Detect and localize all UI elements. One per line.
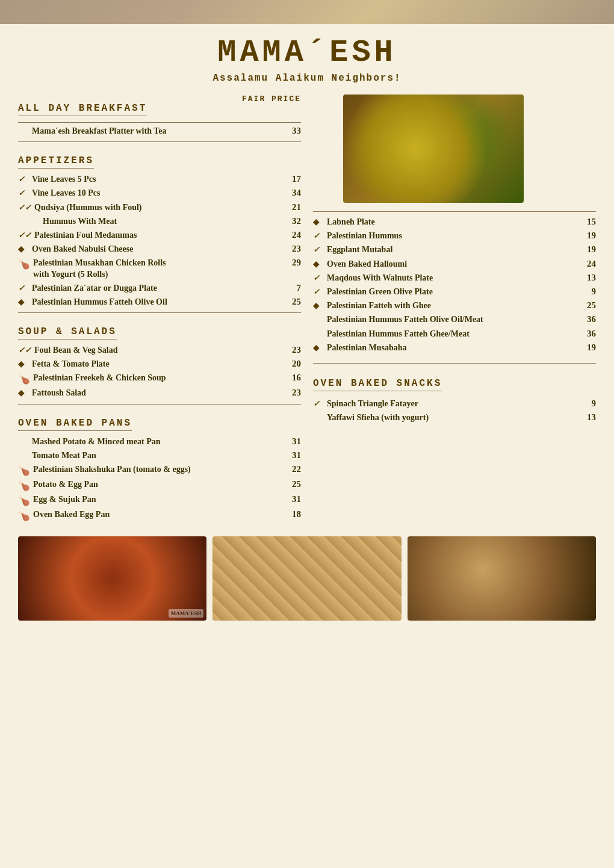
- food-image-top: [343, 95, 524, 203]
- vegetarian-icon: ✓: [313, 245, 324, 255]
- leaf-icon: ◆: [18, 388, 29, 398]
- subtitle: Assalamu Alaikum Neighbors!: [0, 73, 614, 84]
- vegetarian-icon: ✓: [313, 399, 324, 409]
- restaurant-title: MAMA´ESH: [0, 35, 614, 70]
- item-name: Palestinian Musakhan Chicken Rollswith Y…: [33, 258, 166, 279]
- oven-baked-snacks-section: OVEN BAKED SNACKS ✓ Spinach Triangle Fat…: [313, 370, 596, 423]
- item-name: Eggplant Mutabal: [327, 244, 392, 255]
- item-name: Mama´esh Breakfast Platter with Tea: [32, 126, 166, 137]
- item-price: 25: [283, 297, 301, 307]
- item-name: Labneh Plate: [327, 217, 375, 228]
- item-name: Tomato Meat Pan: [32, 450, 96, 461]
- item-price: 24: [578, 259, 596, 269]
- item-price: 23: [283, 345, 301, 355]
- header: MAMA´ESH Assalamu Alaikum Neighbors!: [0, 24, 614, 88]
- item-name: Yaffawi Sfieha (with yogurt): [327, 412, 429, 423]
- bottom-images-row: MAMA'ESH: [0, 524, 614, 627]
- soup-salads-title: SOUP & SALADS: [18, 326, 117, 339]
- item-name: Egg & Sujuk Pan: [33, 494, 96, 505]
- chicken-icon: 🍗: [18, 480, 30, 491]
- item-price: 21: [283, 202, 301, 212]
- oven-baked-pans-section: OVEN BAKED PANS Mashed Potato & Minced m…: [18, 409, 301, 521]
- list-item: ✓✓ Palestinian Foul Medammas 24: [18, 230, 301, 241]
- vegetarian-icon: ✓: [18, 175, 29, 184]
- list-item: 🍗 Palestinian Musakhan Chicken Rollswith…: [18, 258, 301, 279]
- item-price: 25: [578, 300, 596, 311]
- list-item: ✓ Palestinian Za´atar or Dugga Plate 7: [18, 283, 301, 294]
- item-price: 23: [283, 388, 301, 398]
- leaf-icon: ◆: [313, 343, 324, 353]
- item-name: Spinach Triangle Fatayer: [327, 398, 418, 409]
- item-price: 23: [283, 244, 301, 254]
- item-price: 17: [283, 174, 301, 184]
- item-price: 31: [283, 436, 301, 447]
- item-price: 31: [283, 494, 301, 504]
- item-price: 9: [578, 398, 596, 409]
- item-price: 19: [578, 231, 596, 241]
- appetizers-section: APPETIZERS ✓ Vine Leaves 5 Pcs 17 ✓ Vine…: [18, 147, 301, 308]
- item-name: Vine Leaves 10 Pcs: [32, 188, 100, 199]
- list-item: 🍗 Oven Baked Egg Pan 18: [18, 509, 301, 521]
- item-price: 25: [283, 479, 301, 489]
- list-item: 🍗 Potato & Egg Pan 25: [18, 479, 301, 491]
- oven-baked-pans-title: OVEN BAKED PANS: [18, 418, 132, 431]
- list-item: Hummus With Meat 32: [18, 216, 301, 227]
- chicken-icon: 🍗: [18, 373, 30, 385]
- list-item: ✓✓ Foul Bean & Veg Salad 23: [18, 345, 301, 356]
- item-name: Palestinian Hummus Fatteh Olive Oil/Meat: [327, 314, 483, 325]
- item-name: Fattoush Salad: [32, 388, 86, 398]
- item-name: Palestinian Za´atar or Dugga Plate: [32, 283, 157, 294]
- item-price: 22: [283, 464, 301, 474]
- chicken-icon: 🍗: [18, 465, 30, 476]
- item-name: Qudsiya (Hummus with Foul): [34, 202, 142, 213]
- item-name: Foul Bean & Veg Salad: [34, 345, 117, 356]
- leaf-icon: ◆: [18, 297, 29, 307]
- list-item: ✓ Palestinian Hummus 19: [313, 231, 596, 241]
- item-name: Fetta & Tomato Plate: [32, 359, 110, 370]
- leaf-icon: ◆: [313, 217, 324, 227]
- item-price: 31: [283, 450, 301, 460]
- list-item: Yaffawi Sfieha (with yogurt) 13: [313, 412, 596, 423]
- item-price: 33: [283, 126, 301, 136]
- item-name: Palestinian Fatteh with Ghee: [327, 300, 431, 311]
- list-item: ◆ Oven Baked Nabulsi Cheese 23: [18, 244, 301, 255]
- list-item: ◆ Palestinian Musabaha 19: [313, 343, 596, 353]
- list-item: ◆ Palestinian Fatteh with Ghee 25: [313, 300, 596, 311]
- item-name: Maqdous With Walnuts Plate: [327, 273, 433, 284]
- item-price: 15: [578, 217, 596, 227]
- item-name: Palestinian Hummus Fatteh Olive Oil: [32, 297, 167, 308]
- item-price: 36: [578, 329, 596, 339]
- all-day-breakfast-title: ALL DAY BREAKFAST: [18, 103, 147, 116]
- list-item: ✓ Spinach Triangle Fatayer 9: [313, 398, 596, 409]
- vegetarian-icon: ✓: [18, 188, 29, 198]
- list-item: ◆ Labneh Plate 15: [313, 217, 596, 228]
- item-price: 24: [283, 230, 301, 240]
- item-price: 18: [283, 509, 301, 519]
- list-item: Mashed Potato & Minced meat Pan 31: [18, 436, 301, 447]
- list-item: 🍗 Palestinian Shakshuka Pan (tomato & eg…: [18, 464, 301, 476]
- vegetarian-icon: ✓: [313, 231, 324, 241]
- leaf-icon: ◆: [313, 259, 324, 269]
- leaf-icon: ◆: [313, 301, 324, 311]
- bottom-image-2: [212, 536, 401, 621]
- item-price: 20: [283, 359, 301, 369]
- list-item: ◆ Fattoush Salad 23: [18, 388, 301, 398]
- item-name: Palestinian Musabaha: [327, 343, 407, 353]
- chicken-icon: 🍗: [18, 258, 30, 270]
- vegetarian-icon: ✓✓: [18, 203, 31, 212]
- list-item: ◆ Fetta & Tomato Plate 20: [18, 359, 301, 370]
- item-price: 36: [578, 314, 596, 324]
- list-item: Tomato Meat Pan 31: [18, 450, 301, 461]
- list-item: Palestinian Hummus Fatteh Olive Oil/Meat…: [313, 314, 596, 325]
- item-price: 13: [578, 412, 596, 423]
- item-name: Palestinian Hummus Fatteh Ghee/Meat: [327, 329, 470, 339]
- item-name: Palestinian Hummus: [327, 231, 402, 241]
- chicken-icon: 🍗: [18, 510, 30, 521]
- vegetarian-icon: ✓✓: [18, 346, 31, 355]
- bottom-image-3: [408, 536, 596, 621]
- item-name: Oven Baked Nabulsi Cheese: [32, 244, 133, 255]
- item-name: Palestinian Green Olive Plate: [327, 287, 433, 297]
- item-name: Oven Baked Egg Pan: [33, 509, 110, 520]
- item-name: Palestinian Freekeh & Chicken Soup: [33, 373, 166, 383]
- list-item: ✓ Vine Leaves 10 Pcs 34: [18, 188, 301, 199]
